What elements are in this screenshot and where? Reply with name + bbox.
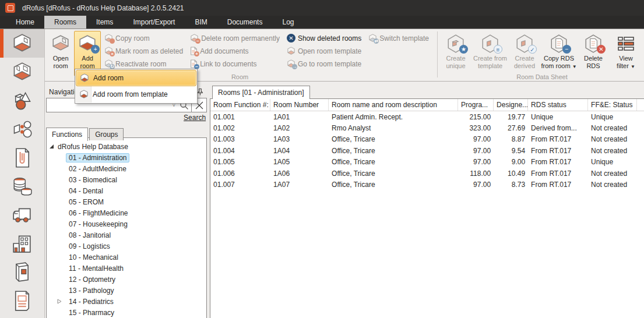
view-filter-button[interactable]: View filter ▼	[613, 31, 639, 71]
sidebar-item-documents[interactable]	[0, 143, 44, 172]
table-cell: 01.002	[210, 122, 270, 133]
column-header[interactable]: Room Number	[270, 99, 329, 111]
table-row[interactable]: 01.0061A06Office, Tricare118.0010.49From…	[210, 168, 644, 179]
functions-tree: dRofus Help Database01 - Administration0…	[46, 137, 207, 318]
menu-tab-items[interactable]: Items	[86, 16, 123, 29]
open-room-template-button[interactable]: Open room template	[287, 45, 361, 57]
navigation-panel: Navigation ˅ Search	[46, 86, 207, 318]
tree-item[interactable]: 06 - FlightMedicine	[66, 209, 131, 218]
delete-rds-button[interactable]: ✕ Delete RDS	[580, 31, 607, 71]
column-header[interactable]: Designe...	[494, 99, 528, 111]
column-header[interactable]: Progra...	[458, 99, 494, 111]
sidebar-item-item-groups[interactable]	[0, 115, 44, 143]
sidebar-item-finance[interactable]	[0, 172, 44, 200]
table-row[interactable]: 01.0021A02Rmo Analyst323.0027.69Derived …	[210, 122, 644, 133]
tree-item[interactable]: 11 - MentalHealth	[66, 264, 126, 273]
sidebar-item-buildings[interactable]	[0, 229, 44, 257]
tree-item[interactable]: 05 - EROM	[66, 197, 107, 207]
table-cell: From RT.017	[528, 134, 588, 145]
pin-icon[interactable]	[197, 88, 203, 96]
table-cell: Not created	[588, 122, 637, 133]
sidebar-item-catalog[interactable]	[0, 257, 44, 286]
table-cell: 1A03	[270, 134, 329, 145]
tree-item[interactable]: 07 - Housekeeping	[66, 220, 131, 229]
create-derived-button[interactable]: ✓ Create derived	[511, 31, 538, 71]
tree-item[interactable]: 02 - AdultMedicine	[66, 164, 129, 174]
table-row[interactable]: 01.0071A07Office, Tricare97.008.73From R…	[210, 179, 644, 190]
add-room-label: Add room	[75, 55, 100, 69]
column-header[interactable]: Room Function #:	[210, 99, 270, 111]
menu-item-add-room-from-template[interactable]: Add room from template	[76, 86, 196, 103]
table-row[interactable]: 01.0011A01Patient Admin. Recept.215.0019…	[210, 111, 644, 122]
column-header[interactable]: Room name and room description	[329, 99, 458, 111]
rooms-table-panel: Rooms [01 - Administration] Room Functio…	[210, 86, 644, 318]
copy-rds-from-room-button[interactable]: − Copy RDS from room ▼	[538, 31, 580, 71]
table-cell: 1A07	[270, 179, 329, 190]
table-cell: Not created	[588, 179, 637, 190]
table-row[interactable]: 01.0041A04Office, Tricare97.009.54From R…	[210, 145, 644, 156]
tree-item[interactable]: 15 - Pharmacy	[66, 308, 117, 317]
add-documents-icon: +	[190, 47, 198, 55]
add-documents-button[interactable]: + Add documents	[190, 45, 280, 57]
collapse-arrow-icon[interactable]	[47, 144, 56, 149]
tree-item[interactable]: 12 - Optometry	[66, 275, 118, 284]
dropdown-arrow-icon: ▼	[631, 64, 635, 69]
tab-groups[interactable]: Groups	[89, 128, 124, 140]
copy-room-button[interactable]: Copy room	[104, 32, 183, 44]
items-icon	[12, 90, 33, 111]
tab-functions[interactable]: Functions	[46, 128, 88, 141]
create-unique-button[interactable]: ★ Create unique	[442, 31, 469, 71]
table-cell: 01.001	[210, 111, 270, 122]
sidebar-item-rooms[interactable]	[0, 29, 44, 58]
table-cell: Office, Tricare	[329, 179, 458, 190]
column-header[interactable]: FF&E: Status	[588, 99, 637, 111]
column-header[interactable]: RDS status	[528, 99, 588, 111]
table-row[interactable]: 01.0051A05Office, Tricare97.009.00From R…	[210, 157, 644, 168]
open-room-button[interactable]: Open room	[47, 31, 74, 71]
tree-root[interactable]: dRofus Help Database	[47, 141, 206, 152]
copy-room-icon	[104, 34, 113, 43]
table-cell: 97.00	[458, 145, 494, 156]
tree-item[interactable]: 08 - Janitorial	[66, 231, 114, 240]
x-badge-icon: ✕	[597, 45, 606, 54]
add-room-from-template-menu-icon	[79, 90, 89, 99]
tree-item[interactable]: 14 - Pediatrics	[66, 297, 117, 306]
tree-item[interactable]: 04 - Dental	[66, 186, 106, 196]
sidebar-item-reports[interactable]	[0, 286, 44, 315]
tree-item[interactable]: 01 - Administration	[66, 153, 129, 162]
create-from-template-icon: ≡	[480, 33, 500, 55]
menu-tab-documents[interactable]: Documents	[217, 16, 273, 29]
ribbon-separator	[437, 31, 438, 77]
menu-tab-rooms[interactable]: Rooms	[44, 16, 86, 29]
tree-item[interactable]: 03 - Biomedical	[66, 175, 120, 185]
go-to-room-template-button[interactable]: → Go to room template	[287, 58, 361, 70]
expand-arrow-icon[interactable]	[55, 299, 64, 304]
table-row[interactable]: 01.0031A03Office, Tricare97.008.87From R…	[210, 134, 644, 145]
sidebar-item-room-templates[interactable]	[0, 58, 44, 86]
mark-room-deleted-button[interactable]: × Mark room as deleted	[104, 45, 183, 57]
table-cell: 8.73	[494, 179, 528, 190]
tree-item[interactable]: 09 - Logistics	[66, 242, 113, 251]
rooms-list-tab[interactable]: Rooms [01 - Administration]	[212, 86, 309, 99]
create-from-template-button[interactable]: ≡ Create from template	[469, 31, 511, 71]
add-room-icon: +	[78, 33, 97, 55]
search-link[interactable]: Search	[184, 114, 206, 122]
table-cell: Unique	[588, 111, 637, 122]
switch-template-button[interactable]: ⇄ Switch template	[368, 32, 429, 44]
reactivate-room-button[interactable]: ↻ Reactivate room	[104, 58, 183, 70]
delete-room-permanently-button[interactable]: − Delete room permanently	[190, 32, 280, 44]
menu-tab-import-export[interactable]: Import/Export	[123, 16, 185, 29]
menu-tab-log[interactable]: Log	[272, 16, 304, 29]
add-room-dropdown-menu: Add room Add room from template	[75, 69, 198, 104]
show-deleted-rooms-button[interactable]: ✕ Show deleted rooms	[287, 32, 361, 44]
sidebar-item-items[interactable]	[0, 86, 44, 115]
menu-tab-home[interactable]: Home	[6, 16, 44, 29]
tree-item[interactable]: 13 - Pathology	[66, 286, 117, 295]
menu-tab-bim[interactable]: BIM	[185, 16, 217, 29]
documents-icon	[13, 147, 31, 168]
menu-item-add-room[interactable]: Add room	[76, 70, 196, 86]
create-derived-icon: ✓	[515, 33, 534, 55]
link-to-documents-button[interactable]: − Link to documents	[190, 58, 280, 70]
tree-item[interactable]: 10 - Mechanical	[66, 253, 121, 262]
sidebar-item-logistics[interactable]	[0, 200, 44, 229]
